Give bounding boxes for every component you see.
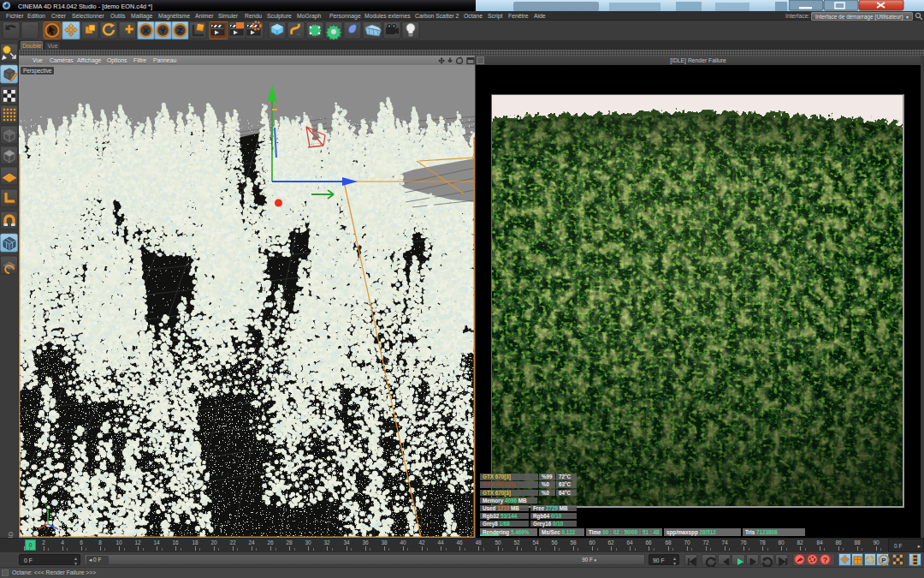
svg-text:Z: Z [178,26,183,35]
svg-text:X: X [143,26,149,35]
svg-text:?: ? [823,556,828,564]
svg-text:P: P [881,557,886,564]
svg-text:Y: Y [160,26,166,35]
svg-text:Y: Y [44,503,48,508]
